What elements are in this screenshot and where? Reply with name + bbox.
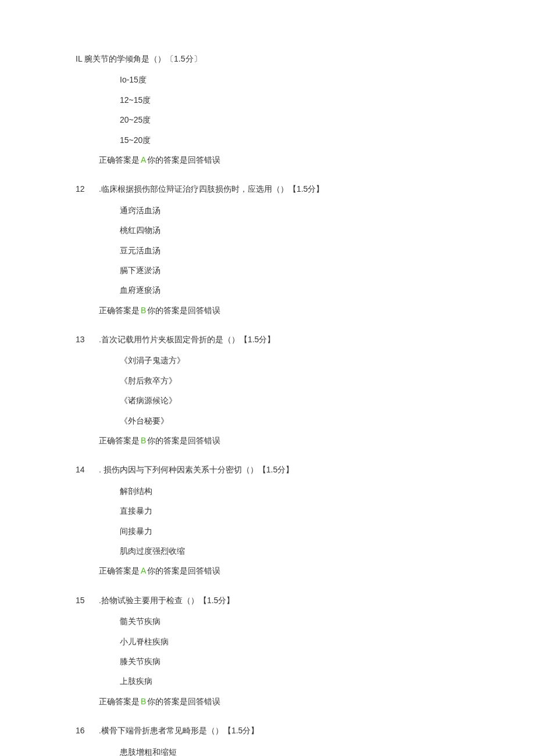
option-item: 《外台秘要》 <box>120 414 459 427</box>
answer-suffix: 你的答案是回答错误 <box>147 306 220 315</box>
question-stem: .首次记载用竹片夹板固定骨折的是（）【1.5分】 <box>99 333 459 346</box>
option-item: 15~20度 <box>120 134 459 146</box>
question-block: IL 腕关节的学倾角是（）〔1.5分〕 Io-15度 12~15度 20~25度… <box>76 52 459 166</box>
answer-suffix: 你的答案是回答错误 <box>147 436 220 445</box>
question-block: 12 .临床根据损伤部位辩证治疗四肢损伤时，应选用（）【1.5分】 通窍活血汤 … <box>76 182 459 317</box>
question-line: 12 .临床根据损伤部位辩证治疗四肢损伤时，应选用（）【1.5分】 <box>76 182 459 195</box>
question-number: 16 <box>76 724 99 737</box>
option-item: 《刘涓子鬼遗方》 <box>120 354 459 367</box>
question-stem: .拾物试验主要用于检查（）【1.5分】 <box>99 594 459 607</box>
question-stem: .横骨下端骨折患者常见畸形是（）【1.5分】 <box>99 724 459 737</box>
question-stem: 腕关节的学倾角是（）〔1.5分〕 <box>84 54 201 63</box>
options-list: 髓关节疾病 小儿脊柱疾病 膝关节疾病 上肢疾病 <box>120 615 459 688</box>
answer-suffix: 你的答案是回答错误 <box>147 697 220 706</box>
options-list: 通窍活血汤 桃红四物汤 豆元活血汤 膈下逐淤汤 血府逐瘀汤 <box>120 204 459 297</box>
question-block: 13 .首次记载用竹片夹板固定骨折的是（）【1.5分】 《刘涓子鬼遗方》 《肘后… <box>76 333 459 447</box>
answer-prefix: 正确答案是 <box>99 306 140 315</box>
options-list: Io-15度 12~15度 20~25度 15~20度 <box>120 73 459 146</box>
option-item: 小儿脊柱疾病 <box>120 635 459 648</box>
answer-suffix: 你的答案是回答错误 <box>147 566 220 575</box>
option-item: 患肢增粗和缩短 <box>120 746 459 757</box>
answer-letter: B <box>141 697 146 706</box>
question-number: IL <box>76 54 82 63</box>
option-item: 20~25度 <box>120 113 459 126</box>
question-line: 15 .拾物试验主要用于检查（）【1.5分】 <box>76 594 459 607</box>
option-item: 豆元活血汤 <box>120 244 459 257</box>
option-item: 膈下逐淤汤 <box>120 264 459 277</box>
question-line: 14 . 损伤内因与下列何种因素关系十分密切（）【1.5分】 <box>76 463 459 476</box>
answer-line: 正确答案是B你的答案是回答错误 <box>99 304 459 317</box>
answer-line: 正确答案是A你的答案是回答错误 <box>99 564 459 577</box>
question-line: 16 .横骨下端骨折患者常见畸形是（）【1.5分】 <box>76 724 459 737</box>
option-item: 12~15度 <box>120 94 459 106</box>
question-number: 14 <box>76 463 99 476</box>
option-item: 解剖结构 <box>120 485 459 497</box>
option-item: 《肘后救卒方》 <box>120 374 459 387</box>
question-block: 16 .横骨下端骨折患者常见畸形是（）【1.5分】 患肢增粗和缩短 脊柱侧弯畸形 <box>76 724 459 756</box>
options-list: 患肢增粗和缩短 脊柱侧弯畸形 <box>120 746 459 757</box>
answer-letter: B <box>141 436 146 445</box>
question-stem: .临床根据损伤部位辩证治疗四肢损伤时，应选用（）【1.5分】 <box>99 182 459 195</box>
question-line: IL 腕关节的学倾角是（）〔1.5分〕 <box>76 52 459 65</box>
question-block: 14 . 损伤内因与下列何种因素关系十分密切（）【1.5分】 解剖结构 直接暴力… <box>76 463 459 577</box>
option-item: 桃红四物汤 <box>120 224 459 237</box>
answer-suffix: 你的答案是回答错误 <box>147 155 220 164</box>
option-item: 髓关节疾病 <box>120 615 459 628</box>
option-item: 上肢疾病 <box>120 675 459 687</box>
question-text: IL 腕关节的学倾角是（）〔1.5分〕 <box>76 52 459 65</box>
option-item: 肌肉过度强烈收缩 <box>120 544 459 557</box>
question-number: 15 <box>76 594 99 607</box>
question-line: 13 .首次记载用竹片夹板固定骨折的是（）【1.5分】 <box>76 333 459 346</box>
answer-letter: A <box>141 566 146 575</box>
answer-prefix: 正确答案是 <box>99 436 140 445</box>
option-item: 《诸病源候论》 <box>120 394 459 407</box>
answer-letter: B <box>141 306 146 315</box>
question-block: 15 .拾物试验主要用于检查（）【1.5分】 髓关节疾病 小儿脊柱疾病 膝关节疾… <box>76 594 459 708</box>
answer-prefix: 正确答案是 <box>99 155 140 164</box>
answer-line: 正确答案是A你的答案是回答错误 <box>99 153 459 166</box>
answer-letter: A <box>141 155 146 164</box>
option-item: 直接暴力 <box>120 504 459 517</box>
answer-prefix: 正确答案是 <box>99 697 140 706</box>
answer-prefix: 正确答案是 <box>99 566 140 575</box>
option-item: Io-15度 <box>120 73 459 86</box>
option-item: 膝关节疾病 <box>120 655 459 668</box>
answer-line: 正确答案是B你的答案是回答错误 <box>99 434 459 447</box>
page: IL 腕关节的学倾角是（）〔1.5分〕 Io-15度 12~15度 20~25度… <box>0 0 535 756</box>
option-item: 间接暴力 <box>120 525 459 538</box>
question-number: 13 <box>76 333 99 346</box>
options-list: 《刘涓子鬼遗方》 《肘后救卒方》 《诸病源候论》 《外台秘要》 <box>120 354 459 427</box>
question-stem: . 损伤内因与下列何种因素关系十分密切（）【1.5分】 <box>99 463 459 476</box>
options-list: 解剖结构 直接暴力 间接暴力 肌肉过度强烈收缩 <box>120 485 459 558</box>
option-item: 血府逐瘀汤 <box>120 284 459 296</box>
answer-line: 正确答案是B你的答案是回答错误 <box>99 695 459 708</box>
option-item: 通窍活血汤 <box>120 204 459 217</box>
question-number: 12 <box>76 182 99 195</box>
